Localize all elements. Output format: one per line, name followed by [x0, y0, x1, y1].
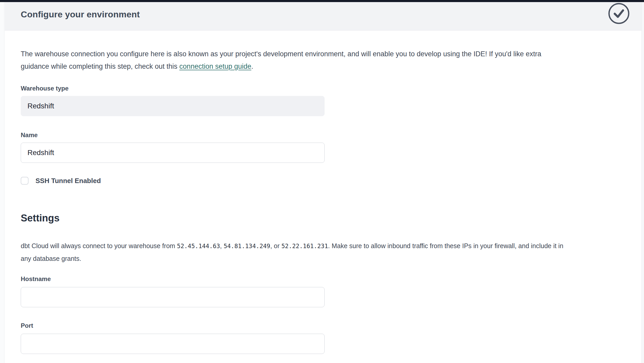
- ip-seg2: . Make sure to allow inbound traffic fro…: [328, 242, 563, 249]
- scrollbar-gutter[interactable]: [641, 2, 644, 363]
- ip-paragraph-line-2: any database grants.: [21, 252, 644, 265]
- check-circle-icon: [608, 3, 630, 24]
- connection-setup-guide-link[interactable]: connection setup guide: [179, 62, 251, 70]
- ssh-tunnel-label: SSH Tunnel Enabled: [35, 177, 101, 185]
- intro-line2-prefix: guidance while completing this step, che…: [21, 62, 179, 70]
- left-page-gutter: [0, 2, 4, 363]
- name-label: Name: [21, 131, 644, 139]
- intro-line-1: The warehouse connection you configure h…: [21, 48, 644, 60]
- ssh-tunnel-row: SSH Tunnel Enabled: [21, 177, 644, 185]
- ip-allowlist-paragraph: dbt Cloud will always connect to your wa…: [21, 240, 644, 265]
- ip-address-1: 52.45.144.63: [177, 243, 220, 249]
- intro-line2-suffix: .: [251, 62, 253, 70]
- warehouse-type-field[interactable]: [21, 96, 325, 116]
- ip-sep2: , or: [270, 242, 281, 249]
- intro-line-2: guidance while completing this step, che…: [21, 60, 644, 73]
- ip-address-2: 54.81.134.249: [224, 243, 270, 249]
- port-input[interactable]: [21, 334, 325, 354]
- hostname-input[interactable]: [21, 287, 325, 307]
- ip-seg1: dbt Cloud will always connect to your wa…: [21, 242, 177, 249]
- warehouse-type-label: Warehouse type: [21, 85, 644, 92]
- settings-heading: Settings: [21, 212, 644, 225]
- ip-address-3: 52.22.161.231: [281, 243, 328, 249]
- configure-environment-panel: Configure your environment The warehouse…: [5, 2, 644, 363]
- ssh-tunnel-checkbox[interactable]: [21, 177, 28, 185]
- hostname-label: Hostname: [21, 275, 644, 283]
- name-input[interactable]: [21, 143, 325, 163]
- port-label: Port: [21, 322, 644, 330]
- page-title: Configure your environment: [21, 4, 619, 25]
- ip-sep1: ,: [220, 242, 224, 249]
- panel-header: Configure your environment: [5, 2, 644, 31]
- panel-body: The warehouse connection you configure h…: [5, 48, 644, 354]
- ip-paragraph-line-1: dbt Cloud will always connect to your wa…: [21, 240, 644, 252]
- intro-paragraph: The warehouse connection you configure h…: [21, 48, 644, 73]
- top-accent-bar: [0, 0, 644, 2]
